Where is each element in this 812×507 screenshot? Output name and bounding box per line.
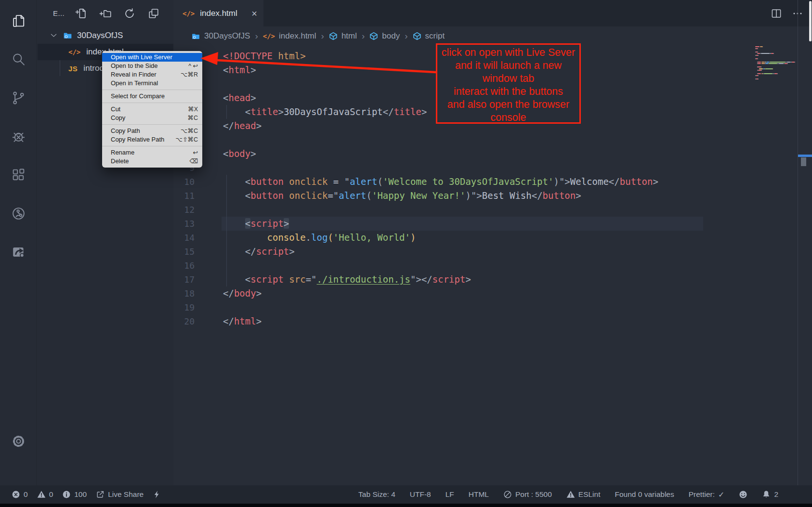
close-icon[interactable]: × [251,9,257,18]
status-quick-action[interactable] [153,490,161,499]
minimap-line [755,46,797,47]
line-content [204,77,223,91]
breadcrumb-item-30DaysOfJS[interactable]: 30DaysOfJS [191,31,250,41]
minimap-line [755,62,797,63]
code-line-14: 14 console.log('Hello, World') [173,231,812,245]
line-number: 11 [173,189,204,203]
status-label: Found 0 variables [615,490,674,499]
tab-index-html[interactable]: </> index.html × [173,0,263,26]
menu-item-copy-relative-path[interactable]: Copy Relative Path⌥⇧⌘C [102,135,202,144]
minimap-line [755,65,797,66]
breadcrumb-separator: › [361,31,366,41]
folder-icon [191,32,200,40]
breadcrumb-item-body[interactable]: body [369,31,400,41]
export-icon [96,490,105,499]
annotation-text-line: console [437,111,579,124]
status-prettier[interactable]: Prettier:✓ [689,490,725,499]
breadcrumb-label: index.html [279,31,316,41]
new-file-icon[interactable] [75,7,88,20]
line-content: </html> [204,314,262,328]
tab-label: index.html [200,9,237,18]
explorer-title: E... [53,9,65,17]
activity-item-run-debug[interactable] [0,117,37,156]
status-feedback[interactable] [739,490,747,499]
menu-item-open-to-the-side[interactable]: Open to the Side^ ↩ [102,62,202,70]
activity-item-explorer[interactable] [0,1,37,40]
menu-item-open-with-live-server[interactable]: Open with Live Server [102,53,202,62]
status-label: ESLint [578,490,601,499]
status-notifications[interactable]: 2 [762,490,778,499]
line-content [204,259,223,273]
menu-item-label: Open in Terminal [111,79,158,88]
minimap-line [755,58,797,59]
overview-ruler[interactable] [798,0,812,485]
code-line-16: 16 [173,259,812,273]
menu-separator [102,103,202,103]
line-content: <!DOCTYPE html> [204,49,306,63]
activity-item-live-share[interactable] [0,194,37,233]
symbol-icon [329,32,338,40]
breadcrumb-label: html [341,31,357,41]
code-line-10: 10 <button onclick = "alert('Welcome to … [173,175,812,189]
breadcrumb-item-index.html[interactable]: </>index.html [263,31,316,41]
minimap[interactable] [755,46,797,80]
refresh-explorer-icon[interactable] [123,7,136,20]
menu-item-copy-path[interactable]: Copy Path⌥⌘C [102,127,202,135]
status-info-count[interactable]: 100 [62,490,87,499]
root-folder-label: 30DaysOfJS [77,31,123,40]
split-editor-icon[interactable] [771,8,782,19]
status-eslint[interactable]: ESLint [566,490,601,499]
status-encoding[interactable]: UTF-8 [410,490,431,499]
status-label: Live Share [108,490,144,499]
menu-item-label: Cut [111,105,120,114]
status-variables[interactable]: Found 0 variables [615,490,674,499]
breadcrumb-item-script[interactable]: script [413,31,445,41]
menu-item-select-for-compare[interactable]: Select for Compare [102,92,202,101]
new-folder-icon[interactable] [99,7,112,20]
window-bottom-edge [0,504,812,507]
line-content: </script> [204,245,295,259]
menu-item-delete[interactable]: Delete⌫ [102,157,202,166]
line-number: 10 [173,175,204,189]
status-label: 0 [49,490,53,499]
live-share-icon [11,206,26,221]
status-warnings[interactable]: 0 [37,490,53,499]
annotation-text-line: interact with the buttons [437,85,579,98]
sidebar-item-root-folder[interactable]: 30DaysOfJS [38,27,173,43]
minimap-line [755,55,797,56]
status-eol[interactable]: LF [445,490,454,499]
code-line-18: 18</body> [173,286,812,300]
status-errors[interactable]: 0 [12,490,28,499]
activity-item-source-control[interactable] [0,78,37,117]
minimap-line [755,78,797,79]
menu-item-label: Open to the Side [111,62,158,70]
status-tab-size[interactable]: Tab Size: 4 [358,490,395,499]
menu-item-copy[interactable]: Copy⌘C [102,114,202,122]
os-scrollbar[interactable] [809,1,812,41]
activity-item-publisher[interactable] [0,233,37,271]
line-content [204,133,223,147]
line-number: 18 [173,286,204,300]
minimap-line [755,48,797,49]
menu-item-open-in-terminal[interactable]: Open in Terminal [102,79,202,88]
line-number: 19 [173,300,204,314]
activity-item-settings[interactable] [0,422,37,460]
menu-item-reveal-in-finder[interactable]: Reveal in Finder⌥⌘R [102,70,202,79]
collapse-folders-icon[interactable] [147,7,160,20]
html-file-icon: </> [183,10,195,17]
annotation-text-line: and also open the browser [437,98,579,111]
status-language-mode[interactable]: HTML [469,490,489,499]
menu-item-cut[interactable]: Cut⌘X [102,105,202,114]
line-content [204,300,223,314]
extensions-icon [11,168,26,182]
activity-item-search[interactable] [0,40,37,78]
activity-item-extensions[interactable] [0,156,37,194]
code-line-8: 8<body> [173,147,812,161]
menu-item-label: Rename [111,148,134,157]
menu-item-rename[interactable]: Rename↩ [102,148,202,157]
line-content: <head> [204,91,256,105]
status-live-server-port[interactable]: Port : 5500 [503,490,552,499]
breadcrumb-item-html[interactable]: html [329,31,357,41]
minimap-line [755,70,797,71]
status-live-share[interactable]: Live Share [96,490,144,499]
